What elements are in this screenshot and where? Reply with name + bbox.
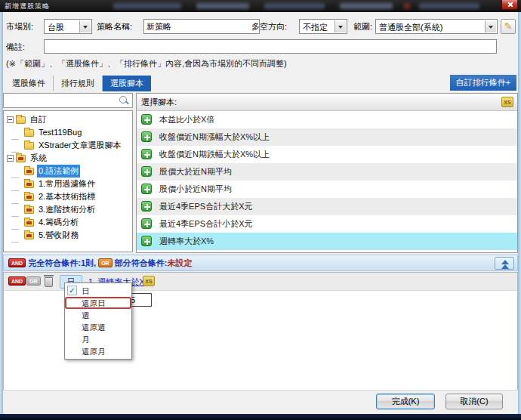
or-badge-icon: OR: [98, 258, 113, 267]
script-row[interactable]: 最近4季EPS合計小於X元: [137, 215, 517, 233]
collapse-expander-icon[interactable]: [7, 155, 14, 162]
script-row[interactable]: 股價大於近N期平均: [137, 163, 517, 181]
search-icon[interactable]: [119, 96, 129, 106]
chevron-up-icon: [501, 261, 509, 269]
script-row[interactable]: 本益比小於X倍: [137, 111, 517, 128]
chevron-down-icon: [79, 20, 91, 32]
tree-search-input[interactable]: [5, 94, 117, 107]
condition-summary-bar: AND 完全符合條件:1則, OR 部分符合條件:未設定: [3, 255, 518, 271]
script-row[interactable]: 最近4季EPS合計大於X元: [137, 198, 517, 215]
tree-search-box: [3, 93, 133, 108]
collapse-panel-button[interactable]: [495, 257, 514, 270]
or-toggle-button[interactable]: OR: [26, 276, 41, 286]
folder-icon: [24, 142, 34, 150]
menu-item-week[interactable]: 週: [65, 309, 131, 321]
system-folder-icon: [16, 155, 26, 162]
tree-item-custom[interactable]: 自訂: [4, 113, 132, 126]
add-plus-icon[interactable]: [141, 131, 152, 142]
market-value: 台股: [48, 22, 64, 33]
strategy-name-input[interactable]: [143, 19, 260, 34]
memo-label: 備註:: [6, 39, 25, 54]
menu-item-month[interactable]: 月: [65, 333, 131, 345]
chevron-down-icon: [485, 20, 496, 32]
tree-item-advanced-analysis[interactable]: 3.進階技術分析: [4, 203, 132, 216]
custom-rank-condition-button[interactable]: 自訂排行條件+: [450, 75, 516, 91]
tree-item-revenue-finance[interactable]: 5.營收財務: [4, 229, 132, 242]
footer-bar: 完成(K) 取消(C): [0, 390, 521, 411]
tab-bar: 選股條件 排行規則 選股腳本: [5, 75, 151, 91]
strategy-name-label: 策略名稱:: [97, 19, 132, 34]
script-row[interactable]: 股價小於近N期平均: [137, 181, 517, 198]
title-bar: 新增選股策略: [0, 0, 521, 12]
menu-item-adjusted-week[interactable]: 還原週: [65, 321, 131, 333]
folder-icon: [24, 129, 34, 137]
tree-item-chip-analysis[interactable]: 4.籌碼分析: [4, 216, 132, 229]
window-border-left: [0, 12, 3, 414]
scope-label: 範圍:: [353, 19, 372, 34]
tree-item-xstrader-scripts[interactable]: XStrader文章選股腳本: [4, 139, 132, 152]
market-hint-text: (※「範圍」、「選股條件」、「排行條件」內容,會因為市場別的不同而調整): [6, 58, 287, 69]
script-list-header: 選擇腳本: XS: [137, 94, 517, 111]
collapse-expander-icon[interactable]: [7, 116, 14, 123]
partial-value: 未設定: [167, 258, 192, 267]
system-folder-icon: [24, 206, 34, 214]
window-title: 新增選股策略: [5, 2, 50, 11]
direction-select[interactable]: 不指定: [299, 19, 347, 34]
system-folder-icon: [24, 219, 34, 227]
market-label: 市場別:: [6, 19, 33, 34]
tree-item-basic-indicators[interactable]: 2.基本技術指標: [4, 190, 132, 203]
script-list-panel: 選擇腳本: XS 本益比小於X倍 收盤價近N期漲幅大於X%以上 收盤價近N期跌幅…: [136, 93, 518, 253]
tree-item-system[interactable]: 系統: [4, 152, 132, 165]
tree-item-common-filters[interactable]: 1.常用過濾條件: [4, 178, 132, 190]
tree-item-test119bug[interactable]: Test119Bug: [4, 126, 132, 139]
add-plus-icon[interactable]: [141, 114, 152, 125]
add-plus-icon[interactable]: [141, 184, 152, 194]
direction-value: 不指定: [303, 22, 328, 33]
add-plus-icon[interactable]: [141, 236, 152, 246]
dialog-body: 市場別: 台股 策略名稱: 多空方向: 不指定 範圍: 普通股全部(系統) ✎ …: [0, 12, 521, 414]
tree-item-syntax-examples[interactable]: 0.語法範例: [4, 165, 132, 178]
system-folder-icon: [24, 193, 34, 201]
finish-button[interactable]: 完成(K): [376, 394, 435, 409]
scope-value: 普通股全部(系統): [379, 22, 442, 33]
add-plus-icon[interactable]: [141, 149, 152, 159]
condition-workspace: AND OR 日 1. 週轉率大於X% XS ✓ 日 還原日 週: [3, 272, 518, 391]
check-icon: ✓: [67, 286, 77, 295]
tab-ranking-rules[interactable]: 排行規則: [54, 76, 103, 91]
taskbar-strip: [0, 414, 521, 420]
condition-summary-text: AND 完全符合條件:1則, OR 部分符合條件:未設定: [8, 258, 192, 269]
script-row[interactable]: 收盤價近N期漲幅大於X%以上: [137, 128, 517, 146]
add-plus-icon[interactable]: [141, 218, 152, 229]
tab-stock-scripts[interactable]: 選股腳本: [103, 76, 151, 91]
script-row-selected[interactable]: 週轉率大於X%: [137, 233, 517, 250]
chevron-down-icon: [334, 20, 346, 32]
scope-select[interactable]: 普通股全部(系統): [375, 19, 498, 34]
form-row-1: 市場別: 台股 策略名稱: 多空方向: 不指定 範圍: 普通股全部(系統) ✎: [0, 19, 521, 34]
memo-input[interactable]: [44, 39, 497, 54]
script-category-tree: 自訂 Test119Bug XStrader文章選股腳本 系統 0.語法範例: [3, 110, 133, 252]
and-toggle-button[interactable]: AND: [8, 276, 26, 286]
script-row[interactable]: 收盤價近N期跌幅大於X%以上: [137, 146, 517, 163]
add-plus-icon[interactable]: [141, 201, 152, 212]
add-plus-icon[interactable]: [141, 166, 152, 177]
dialog-screen: 新增選股策略 市場別: 台股 策略名稱: 多空方向: 不指定 範圍:: [0, 0, 521, 420]
close-icon[interactable]: [501, 0, 518, 10]
folder-icon: [16, 116, 26, 124]
menu-item-adjusted-month[interactable]: 還原月: [65, 345, 131, 357]
and-badge-icon: AND: [8, 258, 26, 267]
menu-item-day[interactable]: ✓ 日: [65, 285, 131, 297]
xscript-icon[interactable]: XS: [501, 97, 513, 107]
period-dropdown-menu: ✓ 日 還原日 週 還原週 月 還原月: [64, 283, 132, 360]
system-folder-icon: [24, 181, 34, 188]
window-border-right: [518, 12, 521, 414]
trash-icon[interactable]: [45, 277, 53, 287]
market-select[interactable]: 台股: [44, 19, 92, 34]
menu-item-adjusted-day[interactable]: 還原日: [65, 297, 131, 309]
xscript-icon[interactable]: XS: [143, 276, 155, 286]
direction-label: 多空方向:: [251, 19, 287, 34]
cancel-button[interactable]: 取消(C): [445, 394, 503, 409]
tab-stock-conditions[interactable]: 選股條件: [5, 76, 54, 91]
edit-pencil-icon[interactable]: ✎: [501, 19, 516, 34]
form-row-2: 備註:: [0, 39, 521, 54]
script-list: 本益比小於X倍 收盤價近N期漲幅大於X%以上 收盤價近N期跌幅大於X%以上 股價…: [137, 111, 517, 252]
